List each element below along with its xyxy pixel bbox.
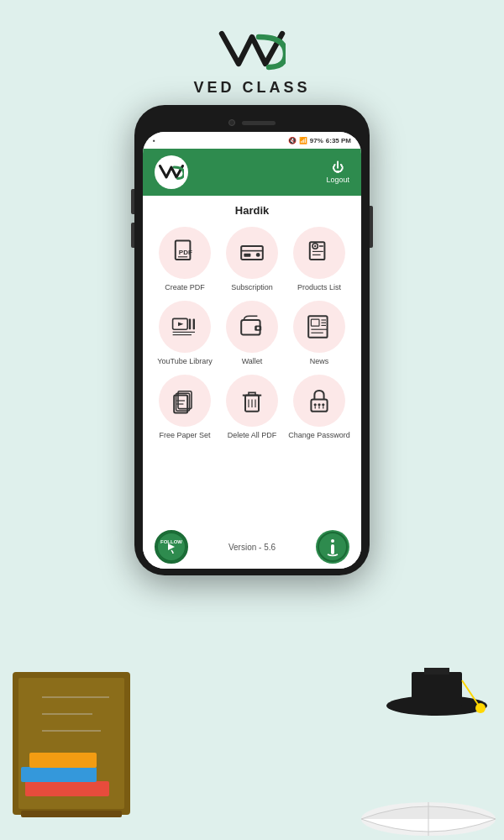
change-password-label: Change Password	[288, 431, 350, 440]
status-time: 6:35 PM	[326, 137, 351, 144]
logo-area: VED CLASS	[193, 25, 310, 97]
app-content: Hardik PDF Create PDF	[143, 196, 361, 525]
user-name: Hardik	[150, 204, 354, 217]
front-camera	[228, 119, 235, 126]
menu-item-news[interactable]: News	[287, 301, 351, 366]
follow-button[interactable]: FOLLOW	[155, 530, 188, 564]
svg-rect-8	[29, 753, 97, 768]
svg-line-12	[462, 680, 479, 706]
bottom-bar: FOLLOW Version - 5.6	[143, 525, 361, 569]
version-label: Version - 5.6	[228, 543, 276, 552]
svg-point-56	[314, 403, 317, 406]
brand-logo-icon	[218, 25, 286, 76]
svg-point-22	[256, 253, 260, 257]
app-header: ⏻ Logout	[143, 149, 361, 196]
phone-body: ▪ 🔇 📶 97% 6:35 PM ⏻ Log	[134, 105, 370, 575]
status-right: 🔇 📶 97% 6:35 PM	[288, 137, 351, 144]
menu-item-change-password[interactable]: Change Password	[287, 375, 351, 440]
create-pdf-icon-circle: PDF	[159, 227, 211, 279]
info-button[interactable]	[316, 530, 349, 564]
svg-text:FOLLOW: FOLLOW	[160, 539, 182, 544]
svg-rect-39	[311, 319, 319, 326]
news-icon-circle	[293, 301, 345, 353]
menu-item-delete-all-pdf[interactable]: Delete All PDF	[220, 375, 284, 440]
svg-text:PDF: PDF	[179, 249, 192, 256]
volume-up-button	[131, 189, 134, 214]
svg-rect-19	[241, 246, 263, 260]
battery-percent: 97%	[310, 137, 323, 144]
menu-item-products-list[interactable]: Products List	[287, 227, 351, 292]
phone-screen: ▪ 🔇 📶 97% 6:35 PM ⏻ Log	[143, 132, 361, 569]
brand-name: VED CLASS	[193, 79, 310, 97]
power-button	[370, 206, 373, 248]
status-left: ▪	[153, 137, 155, 144]
wallet-label: Wallet	[242, 357, 263, 366]
logout-icon: ⏻	[332, 160, 344, 174]
mute-icon: 🔇	[288, 137, 297, 144]
logout-button[interactable]: ⏻ Logout	[326, 160, 349, 184]
wallet-icon-circle	[226, 301, 278, 353]
menu-item-create-pdf[interactable]: PDF Create PDF	[153, 227, 217, 292]
svg-point-57	[318, 403, 320, 406]
menu-item-wallet[interactable]: Wallet	[220, 301, 284, 366]
youtube-library-icon-circle	[159, 301, 211, 353]
wifi-icon: 📶	[299, 137, 307, 144]
svg-rect-2	[21, 811, 122, 817]
svg-rect-6	[25, 781, 109, 796]
menu-grid: PDF Create PDF	[150, 227, 354, 439]
volume-down-button	[131, 223, 134, 248]
svg-point-25	[314, 245, 316, 247]
menu-item-youtube-library[interactable]: YouTube Library	[153, 301, 217, 366]
svg-point-65	[331, 539, 334, 543]
delete-all-pdf-icon-circle	[226, 375, 278, 427]
svg-point-9	[386, 696, 487, 716]
subscription-icon-circle	[226, 227, 278, 279]
create-pdf-label: Create PDF	[165, 283, 205, 292]
header-logo	[155, 155, 188, 189]
change-password-icon-circle	[293, 375, 345, 427]
svg-rect-1	[18, 678, 124, 809]
svg-rect-11	[424, 668, 449, 675]
youtube-library-label: YouTube Library	[157, 357, 212, 366]
svg-point-58	[322, 403, 324, 406]
earpiece	[242, 121, 276, 125]
svg-rect-21	[244, 254, 250, 257]
svg-rect-7	[21, 767, 97, 782]
svg-marker-30	[178, 322, 183, 326]
svg-point-13	[475, 703, 486, 713]
free-paper-set-label: Free Paper Set	[159, 431, 210, 440]
phone-mockup: ▪ 🔇 📶 97% 6:35 PM ⏻ Log	[134, 105, 370, 575]
status-bar: ▪ 🔇 📶 97% 6:35 PM	[143, 132, 361, 149]
menu-item-subscription[interactable]: Subscription	[220, 227, 284, 292]
delete-all-pdf-label: Delete All PDF	[228, 431, 277, 440]
free-paper-set-icon-circle	[159, 375, 211, 427]
svg-rect-66	[331, 544, 334, 554]
products-list-icon-circle	[293, 227, 345, 279]
svg-point-14	[361, 802, 496, 836]
logout-label: Logout	[326, 176, 349, 184]
svg-rect-0	[13, 672, 130, 815]
menu-item-free-paper-set[interactable]: Free Paper Set	[153, 375, 217, 440]
svg-rect-10	[412, 672, 462, 706]
products-list-label: Products List	[297, 283, 341, 292]
subscription-label: Subscription	[231, 283, 273, 292]
svg-rect-32	[193, 318, 195, 329]
svg-rect-31	[189, 318, 191, 329]
phone-top-bar	[143, 113, 361, 132]
svg-point-37	[257, 327, 260, 329]
news-label: News	[310, 357, 329, 366]
